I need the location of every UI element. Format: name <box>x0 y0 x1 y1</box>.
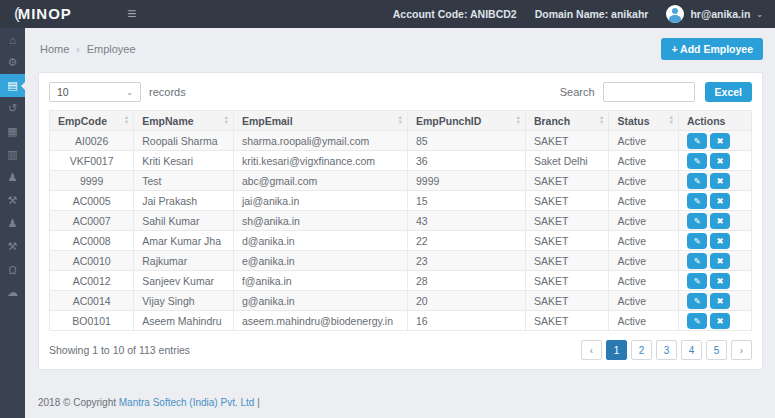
sidebar-item-cloud[interactable]: ☁ <box>0 281 25 304</box>
breadcrumb: Home › Employee <box>40 43 136 55</box>
sidebar-item-settings[interactable]: ⚙ <box>0 51 25 74</box>
cell-emppunchid: 36 <box>408 151 526 171</box>
user-menu[interactable]: hr@anika.in ⌄ <box>666 5 763 23</box>
column-header-status[interactable]: Status▲▼ <box>609 111 678 131</box>
pagination-page-1[interactable]: 1 <box>606 340 627 360</box>
sort-icon: ▲▼ <box>668 115 673 124</box>
cell-status: Active <box>609 131 678 151</box>
sort-icon: ▲▼ <box>599 115 604 124</box>
table-row: AC0010Rajkumare@anika.in23SAKETActive✎✖ <box>50 251 752 271</box>
column-header-emppunchid[interactable]: EmpPunchID▲▼ <box>408 111 526 131</box>
column-header-actions: Actions <box>678 111 751 131</box>
table-row: VKF0017Kriti Kesarikriti.kesari@vigxfina… <box>50 151 752 171</box>
sidebar-item-users[interactable]: ♟ <box>0 212 25 235</box>
breadcrumb-home-link[interactable]: Home <box>40 43 69 55</box>
cell-empemail: kriti.kesari@vigxfinance.com <box>233 151 407 171</box>
hamburger-menu-icon[interactable]: ≡ <box>127 6 136 22</box>
table-row: AC0012Sanjeev Kumarf@anika.in28SAKETActi… <box>50 271 752 291</box>
sidebar-item-reports[interactable]: ▥ <box>0 143 25 166</box>
delete-button[interactable]: ✖ <box>710 273 730 289</box>
sidebar-item-calendar[interactable]: ▦ <box>0 120 25 143</box>
sidebar-item-home[interactable]: ⌂ <box>0 28 25 51</box>
cell-emppunchid: 23 <box>408 251 526 271</box>
cell-branch: SAKET <box>525 271 609 291</box>
edit-button[interactable]: ✎ <box>687 213 707 229</box>
copyright-suffix: | <box>254 397 259 408</box>
cell-actions: ✎✖ <box>678 191 751 211</box>
wrench-icon: ⚒ <box>8 194 18 207</box>
cell-branch: SAKET <box>525 131 609 151</box>
search-label: Search <box>560 86 595 98</box>
delete-button[interactable]: ✖ <box>710 293 730 309</box>
edit-button[interactable]: ✎ <box>687 133 707 149</box>
add-employee-button[interactable]: + Add Employee <box>661 38 763 60</box>
search-input[interactable] <box>603 82 695 102</box>
delete-button[interactable]: ✖ <box>710 213 730 229</box>
table-body: AI0026Roopali Sharmasharma.roopali@ymail… <box>50 131 752 331</box>
edit-button[interactable]: ✎ <box>687 313 707 329</box>
cell-status: Active <box>609 171 678 191</box>
cell-status: Active <box>609 311 678 331</box>
cell-status: Active <box>609 191 678 211</box>
cell-empcode: AI0026 <box>50 131 134 151</box>
sidebar-item-user[interactable]: ♟ <box>0 166 25 189</box>
sidebar-item-wrench[interactable]: ⚒ <box>0 189 25 212</box>
cell-branch: SAKET <box>525 291 609 311</box>
delete-button[interactable]: ✖ <box>710 133 730 149</box>
sort-desc-icon: ▼ <box>223 120 228 125</box>
excel-export-button[interactable]: Excel <box>705 82 752 102</box>
edit-button[interactable]: ✎ <box>687 253 707 269</box>
pagination-page-3[interactable]: 3 <box>656 340 677 360</box>
cell-branch: SAKET <box>525 251 609 271</box>
cell-empname: Aseem Mahindru <box>134 311 234 331</box>
cell-actions: ✎✖ <box>678 211 751 231</box>
cell-emppunchid: 22 <box>408 231 526 251</box>
column-header-branch[interactable]: Branch▲▼ <box>525 111 609 131</box>
pagination-prev-button[interactable]: ‹ <box>581 340 602 360</box>
edit-button[interactable]: ✎ <box>687 173 707 189</box>
chevron-down-icon: ⌄ <box>756 10 763 19</box>
pagination-next-button[interactable]: › <box>731 340 752 360</box>
report-icon: ▥ <box>7 148 17 161</box>
cell-actions: ✎✖ <box>678 271 751 291</box>
pagination-page-2[interactable]: 2 <box>631 340 652 360</box>
cell-emppunchid: 85 <box>408 131 526 151</box>
cell-branch: SAKET <box>525 211 609 231</box>
edit-button[interactable]: ✎ <box>687 293 707 309</box>
column-header-empcode[interactable]: EmpCode▲▼ <box>50 111 134 131</box>
column-header-empname[interactable]: EmpName▲▼ <box>134 111 234 131</box>
sort-icon: ▲▼ <box>515 115 520 124</box>
employee-table-card: 10 ⌄ records Search Excel EmpCode▲▼EmpNa… <box>38 72 763 370</box>
sort-desc-icon: ▼ <box>668 120 673 125</box>
pagination-page-5[interactable]: 5 <box>706 340 727 360</box>
cell-emppunchid: 28 <box>408 271 526 291</box>
cell-empemail: sharma.roopali@ymail.com <box>233 131 407 151</box>
cell-emppunchid: 43 <box>408 211 526 231</box>
cell-actions: ✎✖ <box>678 171 751 191</box>
edit-button[interactable]: ✎ <box>687 193 707 209</box>
delete-button[interactable]: ✖ <box>710 233 730 249</box>
edit-button[interactable]: ✎ <box>687 233 707 249</box>
delete-button[interactable]: ✖ <box>710 153 730 169</box>
sidebar-item-employee[interactable]: ▤ <box>0 74 25 97</box>
user-icon: ♟ <box>8 171 18 184</box>
sidebar-item-tools[interactable]: ⚒ <box>0 235 25 258</box>
edit-button[interactable]: ✎ <box>687 153 707 169</box>
cell-empemail: g@anika.in <box>233 291 407 311</box>
delete-button[interactable]: ✖ <box>710 313 730 329</box>
copyright-link[interactable]: Mantra Softech (India) Pvt. Ltd <box>119 397 255 408</box>
edit-button[interactable]: ✎ <box>687 273 707 289</box>
delete-button[interactable]: ✖ <box>710 173 730 189</box>
cell-empcode: VKF0017 <box>50 151 134 171</box>
column-header-empemail[interactable]: EmpEmail▲▼ <box>233 111 407 131</box>
delete-button[interactable]: ✖ <box>710 253 730 269</box>
pagination-page-4[interactable]: 4 <box>681 340 702 360</box>
sidebar-item-alerts[interactable]: Ω <box>0 258 25 281</box>
records-per-page-select[interactable]: 10 ⌄ <box>49 82 141 102</box>
cell-status: Active <box>609 211 678 231</box>
cell-branch: SAKET <box>525 231 609 251</box>
sidebar-item-history[interactable]: ↺ <box>0 97 25 120</box>
cell-status: Active <box>609 151 678 171</box>
delete-button[interactable]: ✖ <box>710 193 730 209</box>
breadcrumb-current: Employee <box>87 43 136 55</box>
